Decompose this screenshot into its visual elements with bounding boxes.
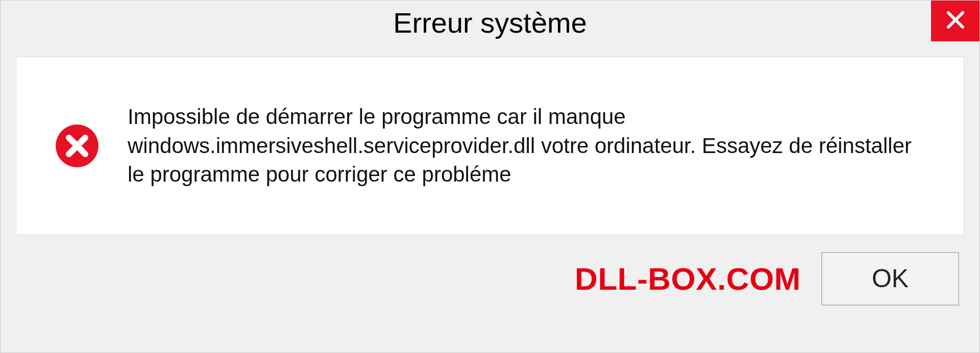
- ok-button[interactable]: OK: [821, 252, 959, 306]
- close-button[interactable]: [931, 1, 979, 41]
- titlebar: Erreur système: [1, 1, 979, 49]
- footer: DLL-BOX.COM OK: [1, 245, 979, 312]
- close-icon: [945, 10, 966, 32]
- error-message: Impossible de démarrer le programme car …: [128, 103, 933, 189]
- error-dialog: Erreur système Impossible de démarrer le…: [0, 0, 980, 353]
- watermark-text: DLL-BOX.COM: [575, 261, 801, 297]
- error-icon: [55, 123, 100, 168]
- content-panel: Impossible de démarrer le programme car …: [16, 57, 964, 235]
- dialog-title: Erreur système: [393, 6, 587, 40]
